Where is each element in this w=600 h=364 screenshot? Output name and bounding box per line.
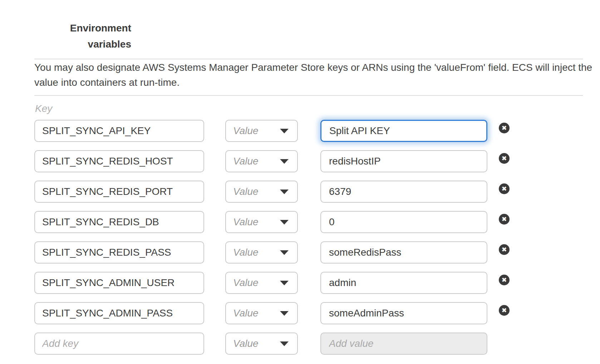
value-type-dropdown[interactable]: Value <box>225 241 298 264</box>
remove-row-button[interactable]: ✖ <box>499 214 510 225</box>
caret-down-icon <box>280 220 289 225</box>
value-type-label: Value <box>233 277 259 289</box>
value-type-dropdown[interactable]: Value <box>225 150 298 172</box>
divider-bottom <box>34 95 583 96</box>
env-value-input[interactable] <box>320 241 487 264</box>
value-type-dropdown[interactable]: Value <box>225 181 298 203</box>
remove-x-icon: ✖ <box>501 246 507 253</box>
caret-down-icon <box>280 159 289 164</box>
caret-down-icon <box>280 190 289 194</box>
env-key-input[interactable] <box>34 272 204 294</box>
env-key-input[interactable] <box>34 120 204 142</box>
value-type-dropdown[interactable]: Value <box>225 302 298 324</box>
caret-down-icon <box>280 311 289 316</box>
remove-row-button[interactable]: ✖ <box>499 123 510 133</box>
remove-x-icon: ✖ <box>501 216 507 222</box>
value-type-dropdown[interactable]: Value <box>225 120 298 142</box>
env-value-input[interactable] <box>320 150 487 172</box>
remove-x-icon: ✖ <box>501 155 507 162</box>
remove-row-button[interactable]: ✖ <box>499 244 510 255</box>
value-type-dropdown[interactable]: Value <box>225 272 298 294</box>
env-key-input[interactable] <box>34 211 204 233</box>
env-var-row: Value ✖ <box>34 241 571 264</box>
environment-variables-section: Environment variables You may also desig… <box>0 0 600 364</box>
env-key-input[interactable] <box>34 181 204 203</box>
env-value-input[interactable] <box>320 181 487 203</box>
remove-row-button[interactable]: ✖ <box>499 275 510 285</box>
remove-x-icon: ✖ <box>501 307 507 314</box>
value-type-label: Value <box>233 186 259 197</box>
value-type-dropdown[interactable]: Value <box>225 211 298 233</box>
env-var-row: Value ✖ <box>34 302 571 324</box>
env-value-input[interactable] <box>320 211 487 233</box>
env-value-input[interactable] <box>320 120 487 142</box>
env-key-input[interactable] <box>34 241 204 264</box>
section-label: Environment variables <box>53 20 131 52</box>
key-column-header: Key <box>35 103 52 114</box>
value-type-dropdown[interactable]: Value <box>225 333 298 355</box>
caret-down-icon <box>280 341 289 346</box>
add-key-input[interactable] <box>34 333 204 355</box>
value-type-label: Value <box>233 125 259 137</box>
env-value-input[interactable] <box>320 302 487 324</box>
caret-down-icon <box>280 250 289 255</box>
value-type-label: Value <box>233 338 259 349</box>
env-var-row: Value ✖ <box>34 211 571 233</box>
env-var-row: Value ✖ <box>34 120 571 142</box>
remove-row-button[interactable]: ✖ <box>499 153 510 164</box>
remove-x-icon: ✖ <box>501 277 507 283</box>
help-text: You may also designate AWS Systems Manag… <box>34 60 600 90</box>
env-var-row: Value ✖ <box>34 272 571 294</box>
remove-x-icon: ✖ <box>501 186 507 192</box>
env-value-input[interactable] <box>320 272 487 294</box>
divider-top <box>34 59 583 59</box>
caret-down-icon <box>280 281 289 285</box>
value-type-label: Value <box>233 247 259 258</box>
remove-x-icon: ✖ <box>501 125 507 131</box>
value-type-label: Value <box>233 308 259 319</box>
remove-row-button[interactable]: ✖ <box>499 183 510 194</box>
add-value-input[interactable] <box>320 333 487 355</box>
env-var-row: Value ✖ <box>34 150 571 172</box>
add-env-var-row: Value <box>34 333 571 355</box>
remove-row-button[interactable]: ✖ <box>499 305 510 316</box>
env-key-input[interactable] <box>34 302 204 324</box>
value-type-label: Value <box>233 216 259 228</box>
caret-down-icon <box>280 129 289 133</box>
env-key-input[interactable] <box>34 150 204 172</box>
env-var-row: Value ✖ <box>34 181 571 203</box>
value-type-label: Value <box>233 156 259 167</box>
